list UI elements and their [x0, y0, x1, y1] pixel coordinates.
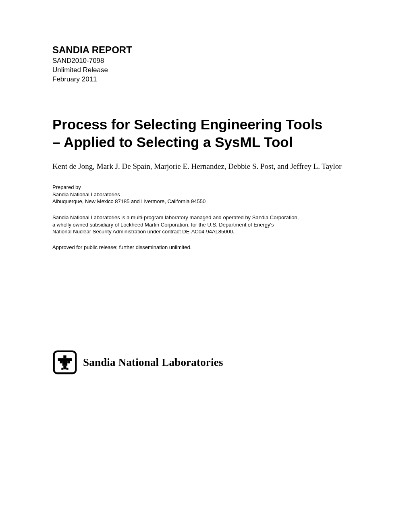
svg-rect-3 [60, 361, 62, 363]
prepared-line-1: Prepared by [52, 184, 359, 191]
document-title: Process for Selecting Engineering Tools … [52, 116, 359, 151]
svg-rect-4 [67, 361, 70, 363]
svg-rect-8 [66, 368, 68, 370]
title-line-2: – Applied to Selecting a SysML Tool [52, 134, 293, 150]
sandia-logo-block: Sandia National Laboratories [52, 350, 223, 375]
approval-statement: Approved for public release; further dis… [52, 244, 359, 250]
svg-rect-2 [58, 358, 72, 361]
prepared-by-block: Prepared by Sandia National Laboratories… [52, 184, 359, 205]
svg-rect-5 [62, 361, 67, 366]
report-header-block: SANDIA REPORT SAND2010-7098 Unlimited Re… [52, 44, 359, 84]
report-date: February 2011 [52, 75, 359, 84]
prepared-line-2: Sandia National Laboratories [52, 191, 359, 198]
svg-rect-6 [63, 366, 66, 370]
corp-line-2: a wholly owned subsidiary of Lockheed Ma… [52, 221, 359, 229]
sandia-thunderbird-icon [52, 350, 77, 375]
prepared-line-3: Albuquerque, New Mexico 87185 and Liverm… [52, 198, 359, 205]
corporation-block: Sandia National Laboratories is a multi-… [52, 214, 359, 235]
svg-rect-7 [61, 368, 63, 370]
sandia-logo-text: Sandia National Laboratories [83, 356, 223, 369]
corp-line-1: Sandia National Laboratories is a multi-… [52, 214, 359, 221]
report-label: SANDIA REPORT [52, 44, 359, 56]
report-meta: SAND2010-7098 Unlimited Release February… [52, 56, 359, 84]
corp-line-3: National Nuclear Security Administration… [52, 228, 359, 235]
report-cover-page: SANDIA REPORT SAND2010-7098 Unlimited Re… [0, 0, 411, 250]
authors-line: Kent de Jong, Mark J. De Spain, Marjorie… [52, 162, 359, 171]
report-release: Unlimited Release [52, 66, 359, 75]
svg-rect-1 [63, 355, 66, 358]
title-line-1: Process for Selecting Engineering Tools [52, 116, 322, 132]
report-number: SAND2010-7098 [52, 56, 359, 66]
